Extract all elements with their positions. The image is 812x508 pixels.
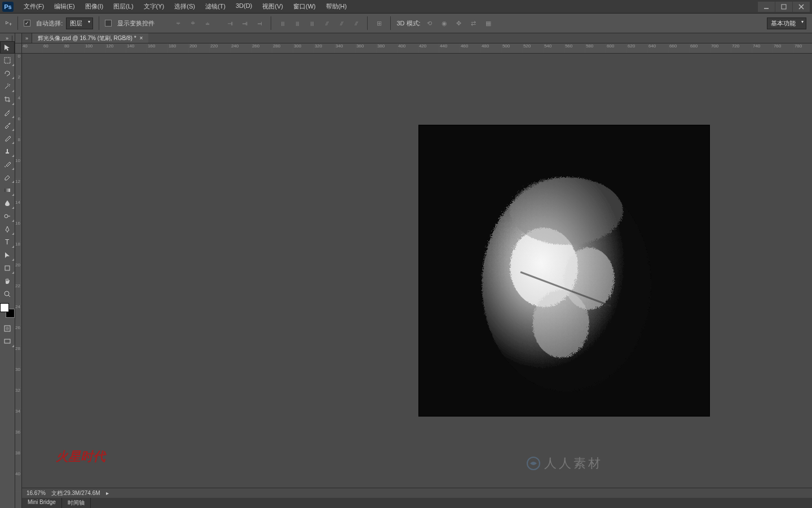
crop-tool[interactable] — [0, 93, 15, 106]
window-controls — [758, 2, 810, 12]
3d-rotate-icon[interactable]: ⟲ — [424, 17, 435, 29]
svg-rect-1 — [782, 5, 786, 9]
distribute-icon[interactable]: ⫽ — [336, 17, 347, 29]
title-bar: Ps 文件(F) 编辑(E) 图像(I) 图层(L) 文字(Y) 选择(S) 滤… — [0, 0, 812, 14]
svg-point-18 — [527, 457, 540, 470]
brush-tool[interactable] — [0, 132, 15, 144]
maximize-button[interactable] — [775, 2, 792, 12]
align-top-icon[interactable]: ⫧ — [173, 17, 184, 29]
watermark-left: 火星时代 — [56, 448, 105, 465]
hand-tool[interactable] — [0, 275, 15, 287]
svg-point-17 — [509, 176, 622, 244]
3d-pan-icon[interactable]: ✥ — [453, 17, 465, 29]
show-transform-checkbox[interactable] — [105, 20, 112, 27]
artwork-preview — [419, 125, 709, 416]
auto-select-checkbox[interactable] — [24, 20, 30, 27]
healing-brush-tool[interactable] — [0, 119, 15, 132]
svg-rect-5 — [5, 189, 10, 192]
main-menu: 文件(F) 编辑(E) 图像(I) 图层(L) 文字(Y) 选择(S) 滤镜(T… — [19, 1, 351, 12]
align-right-icon[interactable]: ⫤ — [254, 17, 265, 29]
options-bar: ▹+ 自动选择: 图层 显示变换控件 ⫧ ⫩ ⫨ ⫣ ⫥ ⫤ ⫼ ⫼ ⫼ ⫽ ⫽… — [0, 14, 812, 33]
status-arrow-icon[interactable]: ▸ — [106, 490, 109, 496]
workspace-switcher[interactable]: 基本功能 — [767, 17, 806, 29]
watermark-center: 人人素材 — [526, 455, 603, 472]
distribute-icon[interactable]: ⫽ — [321, 17, 332, 29]
distribute-icon[interactable]: ⫼ — [292, 17, 303, 29]
minimize-button[interactable] — [758, 2, 775, 12]
show-transform-label: 显示变换控件 — [117, 19, 155, 28]
ps-logo: Ps — [2, 2, 14, 12]
gradient-tool[interactable] — [0, 184, 15, 196]
lasso-tool[interactable] — [0, 67, 15, 80]
doc-size[interactable]: 文档:29.3M/274.6M — [51, 489, 100, 497]
tabs-expand[interactable]: » — [22, 33, 32, 43]
shape-tool[interactable] — [0, 262, 15, 274]
menu-help[interactable]: 帮助(H) — [321, 1, 351, 12]
menu-window[interactable]: 窗口(W) — [289, 1, 320, 12]
svg-point-11 — [6, 327, 9, 330]
history-brush-tool[interactable] — [0, 158, 15, 170]
mode-3d-label: 3D 模式: — [396, 19, 420, 28]
auto-align-icon[interactable]: ⊞ — [373, 17, 385, 29]
distribute-icon[interactable]: ⫼ — [306, 17, 317, 29]
zoom-level[interactable]: 16.67% — [27, 490, 46, 496]
move-tool[interactable] — [0, 41, 15, 54]
tab-mini-bridge[interactable]: Mini Bridge — [22, 498, 62, 508]
svg-rect-4 — [5, 58, 10, 63]
blur-tool[interactable] — [0, 197, 15, 209]
canvas[interactable]: 人人素材 火星时代 — [22, 54, 812, 488]
magic-wand-tool[interactable] — [0, 80, 15, 93]
close-button[interactable] — [793, 2, 810, 12]
align-bottom-icon[interactable]: ⫨ — [202, 17, 213, 29]
horizontal-ruler: 4060801001201401601802002202402602803003… — [22, 43, 812, 54]
screen-mode-tool[interactable] — [0, 335, 15, 348]
path-selection-tool[interactable] — [0, 249, 15, 261]
svg-point-9 — [5, 291, 9, 296]
eyedropper-tool[interactable] — [0, 106, 15, 119]
quick-mask-tool[interactable] — [0, 322, 15, 335]
svg-rect-12 — [5, 339, 10, 343]
menu-select[interactable]: 选择(S) — [170, 1, 200, 12]
marquee-tool[interactable] — [0, 54, 15, 67]
3d-slide-icon[interactable]: ⇄ — [468, 17, 479, 29]
tab-timeline[interactable]: 时间轴 — [62, 498, 91, 508]
vertical-ruler: 0246810121416182022242628303234363840 — [15, 33, 22, 508]
svg-point-6 — [5, 214, 8, 218]
dodge-tool[interactable] — [0, 210, 15, 222]
bottom-panels: Mini Bridge 时间轴 — [22, 498, 812, 508]
3d-roll-icon[interactable]: ◉ — [439, 17, 450, 29]
svg-point-16 — [532, 289, 588, 357]
menu-file[interactable]: 文件(F) — [19, 1, 48, 12]
move-tool-icon: ▹+ — [6, 19, 12, 27]
close-tab-icon[interactable]: × — [140, 35, 143, 41]
type-tool[interactable]: T — [0, 236, 15, 248]
clone-stamp-tool[interactable] — [0, 145, 15, 157]
3d-scale-icon[interactable]: ▦ — [483, 17, 494, 29]
align-left-icon[interactable]: ⫣ — [224, 17, 236, 29]
tools-panel: » T — [0, 33, 15, 508]
menu-3d[interactable]: 3D(D) — [231, 1, 257, 12]
zoom-tool[interactable] — [0, 288, 15, 300]
menu-edit[interactable]: 编辑(E) — [50, 1, 80, 12]
svg-text:T: T — [5, 238, 10, 246]
menu-view[interactable]: 视图(V) — [258, 1, 288, 12]
eraser-tool[interactable] — [0, 171, 15, 183]
menu-image[interactable]: 图像(I) — [81, 1, 108, 12]
menu-filter[interactable]: 滤镜(T) — [201, 1, 230, 12]
status-bar: 16.67% 文档:29.3M/274.6M ▸ — [22, 488, 812, 498]
distribute-icon[interactable]: ⫽ — [350, 17, 361, 29]
document-tab[interactable]: 辉光头像.psd @ 16.7% (笔刷, RGB/8) * × — [32, 33, 148, 43]
color-swatches[interactable] — [0, 303, 15, 318]
artboard — [419, 125, 709, 416]
pen-tool[interactable] — [0, 223, 15, 235]
align-vcenter-icon[interactable]: ⫩ — [187, 17, 198, 29]
auto-select-target[interactable]: 图层 — [66, 17, 93, 29]
distribute-icon[interactable]: ⫼ — [277, 17, 288, 29]
menu-type[interactable]: 文字(Y) — [139, 1, 169, 12]
document-tabs: » 辉光头像.psd @ 16.7% (笔刷, RGB/8) * × — [22, 33, 812, 43]
menu-layer[interactable]: 图层(L) — [109, 1, 138, 12]
align-hcenter-icon[interactable]: ⫥ — [239, 17, 250, 29]
document-tab-title: 辉光头像.psd @ 16.7% (笔刷, RGB/8) * — [38, 34, 136, 42]
svg-rect-8 — [5, 266, 10, 270]
tools-expand[interactable]: » — [2, 36, 12, 41]
